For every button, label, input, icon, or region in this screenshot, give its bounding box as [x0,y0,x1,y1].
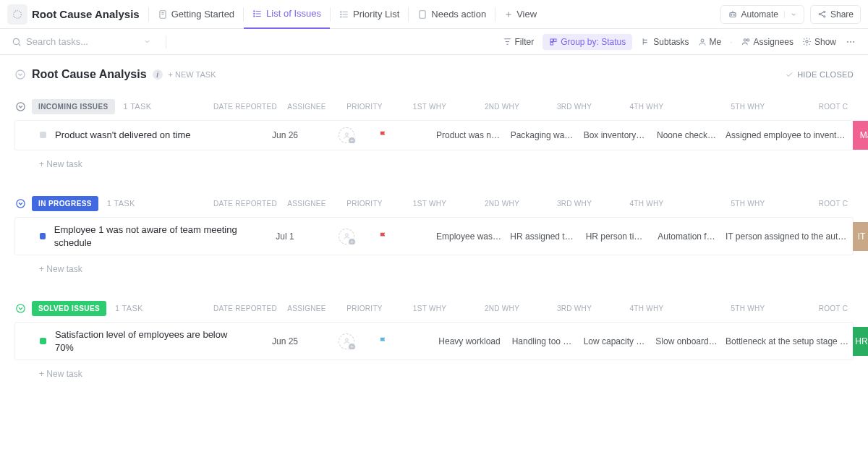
cell-2nd-why[interactable]: Packaging wa… [506,130,578,140]
col-header-assignee[interactable]: ASSIGNEE [278,103,336,111]
col-header-2nd-why[interactable]: 2ND WHY [466,304,538,312]
cell-2nd-why[interactable]: Handling too … [506,336,578,346]
search-input[interactable] [26,36,135,47]
group-by-button[interactable]: Group by: Status [542,34,632,50]
cell-5th-why[interactable]: Bottleneck at the setup stage of onb… [723,336,853,346]
me-button[interactable]: Me [698,37,722,47]
cell-3rd-why[interactable]: Box inventory… [578,130,650,140]
chevron-down-icon[interactable] [14,302,26,314]
cell-2nd-why[interactable]: HR assigned t… [506,231,578,242]
col-header-3rd-why[interactable]: 3RD WHY [538,103,610,111]
group-icon [549,38,558,46]
info-icon[interactable]: i [153,69,163,80]
subtasks-button[interactable]: Subtasks [641,37,689,47]
cell-3rd-why[interactable]: Low capacity … [578,336,650,346]
col-header-5th-why[interactable]: 5TH WHY [683,200,813,208]
filter-button[interactable]: Filter [503,37,535,47]
tab-list-of-issues[interactable]: List of Issues [244,0,330,29]
cell-1st-why[interactable]: Heavy workload [433,336,506,346]
new-task-button[interactable]: + New task [14,153,854,169]
assignee-avatar[interactable]: + [339,229,354,244]
col-header-root[interactable]: ROOT C [813,103,854,111]
cell-4th-why[interactable]: Automation f… [650,231,723,242]
cell-4th-why[interactable]: Noone check… [650,130,723,140]
status-square[interactable] [40,338,46,344]
col-header-1st-why[interactable]: 1ST WHY [393,304,466,312]
col-header-1st-why[interactable]: 1ST WHY [393,103,466,111]
add-view-button[interactable]: View [495,0,545,29]
col-header-root[interactable]: ROOT C [813,304,854,312]
col-header-date[interactable]: DATE REPORTED [213,200,278,208]
flag-icon[interactable] [378,231,430,242]
cell-priority[interactable] [375,336,433,346]
assignees-button[interactable]: Assignees [741,37,793,47]
task-name[interactable]: Product wasn't delivered on time [55,123,196,148]
col-header-2nd-why[interactable]: 2ND WHY [466,200,538,208]
task-row[interactable]: Satisfaction level of employees are belo… [14,322,854,360]
task-name[interactable]: Satisfaction level of employees are belo… [55,323,252,359]
new-task-button[interactable]: + NEW TASK [169,70,216,79]
root-cause-chip[interactable]: HR Depa [853,327,868,356]
cell-date[interactable]: Jul 1 [252,231,318,242]
cell-date[interactable]: Jun 25 [252,336,318,346]
status-chip[interactable]: INCOMING ISSUES [32,99,115,114]
col-header-3rd-why[interactable]: 3RD WHY [538,304,610,312]
task-row[interactable]: Product wasn't delivered on timeJun 26+P… [14,120,854,150]
cell-priority[interactable] [375,130,433,140]
task-name[interactable]: Employee 1 was not aware of team meeting… [54,218,252,255]
chevron-down-icon[interactable] [784,11,797,18]
chevron-down-icon[interactable] [14,197,26,209]
share-button[interactable]: Share [810,5,861,24]
cell-assignee[interactable]: + [318,229,375,244]
col-header-4th-why[interactable]: 4TH WHY [610,200,683,208]
col-header-2nd-why[interactable]: 2ND WHY [466,103,538,111]
cell-5th-why[interactable]: Assigned employee to inventory che… [723,130,853,140]
status-square[interactable] [40,132,46,138]
col-header-date[interactable]: DATE REPORTED [213,103,278,111]
assignee-avatar[interactable]: + [339,333,354,349]
root-cause-chip[interactable]: Manpo [853,121,868,150]
tab-needs-action[interactable]: Needs action [409,0,495,29]
cell-1st-why[interactable]: Employee was not … [433,231,506,242]
automate-button[interactable]: Automate [720,5,804,24]
col-header-date[interactable]: DATE REPORTED [213,304,278,312]
flag-icon[interactable] [378,336,430,346]
col-header-assignee[interactable]: ASSIGNEE [278,200,336,208]
show-button[interactable]: Show [802,37,836,47]
chevron-down-icon[interactable] [14,101,26,112]
status-square[interactable] [40,233,46,239]
col-header-assignee[interactable]: ASSIGNEE [278,304,336,312]
assignee-avatar[interactable]: + [339,127,354,143]
cell-assignee[interactable]: + [318,127,375,143]
status-chip[interactable]: IN PROGRESS [32,196,98,211]
col-header-4th-why[interactable]: 4TH WHY [610,304,683,312]
cell-priority[interactable] [375,231,433,242]
col-header-5th-why[interactable]: 5TH WHY [683,103,813,111]
col-header-5th-why[interactable]: 5TH WHY [683,304,813,312]
task-row[interactable]: Employee 1 was not aware of team meeting… [14,217,854,255]
new-task-button[interactable]: + New task [14,258,854,274]
hide-closed-button[interactable]: HIDE CLOSED [785,70,854,79]
root-cause-chip[interactable]: IT Depa [853,222,868,251]
col-header-1st-why[interactable]: 1ST WHY [393,200,466,208]
col-header-3rd-why[interactable]: 3RD WHY [538,200,610,208]
col-header-priority[interactable]: PRIORITY [336,200,393,208]
cell-1st-why[interactable]: Product was not re… [433,130,506,140]
chevron-down-icon[interactable] [14,69,26,80]
cell-date[interactable]: Jun 26 [252,130,318,140]
new-task-button[interactable]: + New task [14,363,854,379]
col-header-4th-why[interactable]: 4TH WHY [610,103,683,111]
chevron-down-icon[interactable] [143,38,151,46]
cell-4th-why[interactable]: Slow onboard… [650,336,723,346]
more-button[interactable] [845,36,856,48]
col-header-root[interactable]: ROOT C [813,200,854,208]
tab-getting-started[interactable]: Getting Started [149,0,243,29]
flag-icon[interactable] [378,130,430,140]
status-chip[interactable]: SOLVED ISSUES [32,301,106,316]
cell-5th-why[interactable]: IT person assigned to the automatio… [723,231,853,242]
col-header-priority[interactable]: PRIORITY [336,304,393,312]
tab-priority-list[interactable]: Priority List [331,0,408,29]
col-header-priority[interactable]: PRIORITY [336,103,393,111]
cell-assignee[interactable]: + [318,333,375,349]
cell-3rd-why[interactable]: HR person ti… [578,231,650,242]
